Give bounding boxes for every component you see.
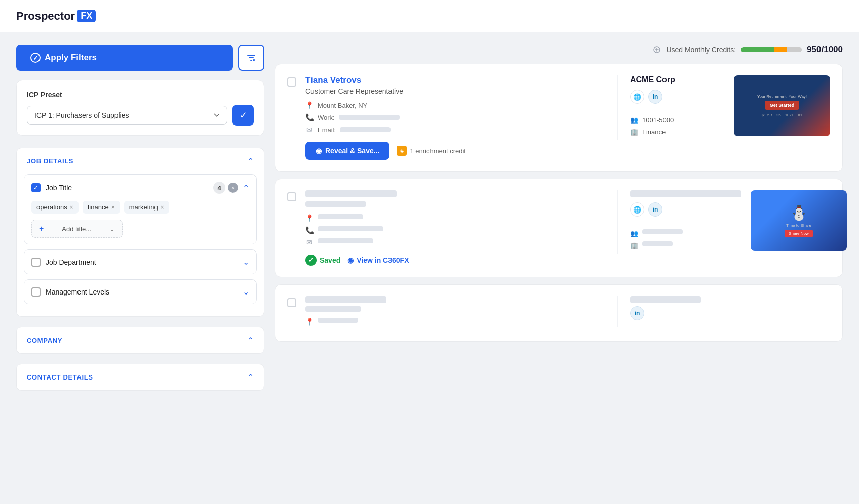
card-2-email-row: ✉ — [305, 238, 605, 246]
management-levels-header[interactable]: Management Levels ⌄ — [24, 280, 256, 304]
logo-fx: FX — [77, 10, 96, 22]
card-1-location-icon: 📍 — [305, 101, 314, 109]
card-2-size-row: 👥 — [630, 229, 741, 237]
card-1-person-name[interactable]: Tiana Vetrovs — [305, 75, 605, 86]
result-card-3: 📍 in — [275, 284, 843, 342]
stat-2: 25 — [776, 113, 781, 117]
card-1-credit-icon: ◈ — [397, 146, 407, 156]
apply-filters-button[interactable]: ✓ Apply Filters — [16, 45, 233, 71]
tag-operations-remove[interactable]: × — [70, 204, 73, 211]
card-1-credit-note: ◈ 1 enrichment credit — [397, 146, 466, 156]
card-2-company-col: 🌐 in 👥 🏢 ⛄ Time — [617, 190, 830, 254]
card-1-actions: ◉ Reveal & Save... ◈ 1 enrichment credit — [305, 142, 605, 160]
icp-confirm-button[interactable]: ✓ — [232, 105, 254, 126]
tag-operations-label: operations — [36, 203, 67, 211]
stat-3: 10k+ — [785, 113, 794, 117]
job-department-card: Job Department ⌄ — [24, 249, 257, 274]
tag-marketing: marketing × — [124, 201, 169, 214]
card-2-people-icon: 👥 — [630, 230, 638, 237]
icp-select-row: ICP 1: Purchasers of Supplies ✓ — [27, 105, 254, 126]
tag-finance-label: finance — [88, 203, 109, 211]
card-1-thumb-content: Your Retirement, Your Way! Get Started $… — [734, 75, 830, 136]
card-1-email-masked — [340, 127, 391, 132]
job-title-header[interactable]: ✓ Job Title 4 × ⌃ — [24, 175, 256, 201]
company-chevron: ⌃ — [247, 335, 254, 345]
card-1-company-size-row: 👥 1001-5000 — [630, 116, 725, 124]
card-2-location-icon: 📍 — [305, 214, 314, 222]
card-3-location-icon: 📍 — [305, 318, 314, 326]
management-levels-chevron: ⌄ — [243, 287, 249, 297]
contact-details-header[interactable]: CONTACT DETAILS ⌃ — [16, 364, 264, 391]
card-1-thumb-cta: Get Started — [765, 101, 800, 110]
card-1-thumb-stats: $1.5B 25 10k+ #1 — [762, 113, 802, 117]
card-2-name-skeleton — [305, 190, 397, 197]
card-2-phone-row: 📞 — [305, 226, 605, 234]
card-1-company-size: 1001-5000 — [642, 116, 674, 124]
card-1-checkbox[interactable] — [287, 77, 296, 87]
logo: Prospector FX — [16, 10, 96, 23]
company-header[interactable]: COMPANY ⌃ — [16, 327, 264, 354]
card-2-location-skeleton — [318, 214, 363, 219]
add-title-row: + Add title... ⌄ — [24, 220, 256, 244]
result-card-2: 📍 📞 ✉ ✓ Saved ◉ — [275, 179, 843, 277]
card-1-email-icon: ✉ — [305, 125, 314, 134]
card-2-globe-icon[interactable]: 🌐 — [630, 202, 644, 217]
job-department-header[interactable]: Job Department ⌄ — [24, 250, 256, 274]
card-2-actions: ✓ Saved ◉ View in C360FX — [305, 255, 605, 266]
job-title-clear-button[interactable]: × — [228, 183, 238, 193]
card-1-checkbox-col — [287, 75, 305, 87]
job-title-header-left: ✓ Job Title — [31, 183, 72, 192]
add-title-plus: + — [39, 224, 44, 233]
card-3-company-col: in — [617, 296, 830, 327]
management-levels-checkbox[interactable] — [31, 287, 41, 297]
card-2-linkedin-icon[interactable]: in — [648, 202, 662, 217]
card-3-person-col: 📍 — [305, 296, 605, 330]
card-3-checkbox[interactable] — [287, 298, 296, 307]
tag-marketing-remove[interactable]: × — [161, 204, 164, 211]
contact-details-section: CONTACT DETAILS ⌃ — [16, 359, 264, 391]
card-2-phone-skeleton — [318, 226, 383, 231]
job-title-card: ✓ Job Title 4 × ⌃ operations × — [24, 174, 257, 244]
credits-orange-segment — [774, 47, 787, 52]
credits-green-segment — [741, 47, 774, 52]
credits-progress-bar — [741, 47, 802, 52]
job-department-checkbox[interactable] — [31, 258, 41, 267]
card-1-company-name: ACME Corp — [630, 75, 725, 85]
card-3-company-name-skeleton — [630, 296, 701, 303]
card-3-linkedin-icon[interactable]: in — [630, 306, 644, 320]
card-2-company-name-skeleton — [630, 190, 741, 197]
job-department-chevron: ⌄ — [243, 257, 249, 267]
clear-filters-button[interactable] — [238, 45, 264, 71]
card-1-company-links: 🌐 in — [630, 90, 725, 104]
card-1-person-title: Customer Care Representative — [305, 87, 605, 95]
main-content: ✓ Apply Filters ICP Preset ICP 1: Purcha… — [0, 32, 859, 504]
card-2-industry-icon: 🏢 — [630, 242, 638, 249]
card-1-linkedin-icon[interactable]: in — [648, 90, 662, 104]
reveal-save-button-1[interactable]: ◉ Reveal & Save... — [305, 142, 389, 160]
card-2-title-skeleton — [305, 201, 366, 207]
tag-finance-remove[interactable]: × — [111, 204, 115, 211]
add-title-button[interactable]: + Add title... ⌄ — [31, 220, 123, 238]
icp-select[interactable]: ICP 1: Purchasers of Supplies — [27, 106, 227, 125]
contact-details-chevron: ⌃ — [247, 372, 254, 382]
logo-text: Prospector — [16, 10, 75, 23]
job-department-label: Job Department — [46, 258, 96, 266]
svg-line-1 — [253, 60, 254, 61]
sidebar: ✓ Apply Filters ICP Preset ICP 1: Purcha… — [16, 45, 264, 492]
card-2-checkbox[interactable] — [287, 192, 296, 201]
credits-count: 950/1000 — [807, 45, 843, 55]
job-title-checkbox[interactable]: ✓ — [31, 183, 41, 192]
card-1-people-icon: 👥 — [630, 116, 638, 124]
stat-1: $1.5B — [762, 113, 772, 117]
card-1-credit-text: 1 enrichment credit — [410, 147, 466, 155]
card-2-company-thumb: ⛄ Time to Share Share Now — [751, 190, 847, 251]
stat-4: #1 — [798, 113, 802, 117]
view-in-c360fx-button[interactable]: ◉ View in C360FX — [347, 256, 409, 264]
card-1-email-label: Email: — [318, 126, 336, 134]
card-1-globe-icon[interactable]: 🌐 — [630, 90, 644, 104]
job-title-label: Job Title — [46, 184, 72, 192]
job-details-header[interactable]: JOB DETAILS ⌃ — [16, 148, 264, 174]
card-2-company-links: 🌐 in — [630, 202, 741, 217]
add-title-chevron: ⌄ — [109, 225, 115, 233]
card-1-work-label: Work: — [318, 114, 335, 121]
